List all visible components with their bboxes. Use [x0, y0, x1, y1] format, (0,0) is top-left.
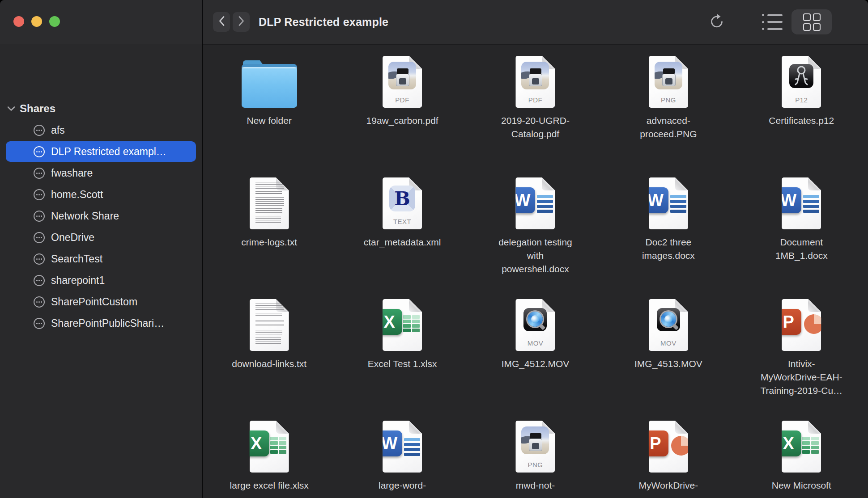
share-ellipsis-icon: [34, 189, 45, 200]
png-file-icon: PNG: [649, 56, 688, 108]
file-label: New Microsoft: [772, 479, 831, 492]
share-ellipsis-icon: [34, 211, 45, 222]
page-fold: [675, 421, 688, 434]
file-new-microsoft-xlsx[interactable]: X New Microsoft: [735, 414, 868, 498]
word-app-icon: W: [376, 430, 402, 456]
page-fold: [808, 421, 821, 434]
file-myworkdrive-pptx[interactable]: P MyWorkDrive-: [602, 414, 735, 498]
excel-app-icon: X: [376, 309, 402, 335]
file-label: 2019-20-UGRD- Catalog.pdf: [501, 114, 570, 141]
file-label: Doc2 three images.docx: [642, 236, 695, 262]
zoom-window-button[interactable]: [49, 16, 60, 27]
sidebar-item-label: Network Share: [51, 210, 119, 222]
mov-file-icon: MOV: [649, 299, 688, 351]
p12-file-icon: P12: [782, 56, 821, 108]
sidebar-list: afs DLP Restricted exampl… fwashare home…: [0, 119, 202, 334]
list-view-button[interactable]: [762, 14, 783, 30]
filetype-badge: TEXT: [383, 218, 422, 225]
xml-file-icon: BTEXT: [383, 177, 422, 229]
keychain-keys-icon: [789, 64, 813, 88]
sidebar: Shares afs DLP Restricted exampl… fwasha…: [0, 44, 202, 498]
file-large-excel-file-xlsx[interactable]: X large excel file.xlsx: [203, 414, 336, 498]
excel-file-icon: X: [250, 421, 289, 473]
excel-file-icon: X: [383, 299, 422, 351]
sidebar-item-sharepoint1[interactable]: sharepoint1: [0, 270, 202, 291]
page-fold: [808, 177, 821, 190]
file-doc2-three-images-docx[interactable]: W Doc2 three images.docx: [602, 171, 735, 293]
word-file-icon: W: [515, 177, 555, 229]
list-view-icon: [762, 14, 783, 16]
file-download-links-txt[interactable]: download-links.txt: [203, 293, 336, 414]
sidebar-item-sharepointpublicsharing[interactable]: SharePointPublicShari…: [0, 312, 202, 334]
file-crime-logs-txt[interactable]: crime-logs.txt: [203, 171, 336, 293]
quicktime-icon: [657, 308, 680, 331]
file-excel-test-1-xlsx[interactable]: X Excel Test 1.xlsx: [336, 293, 468, 414]
sidebar-item-onedrive[interactable]: OneDrive: [0, 227, 202, 248]
file-mwd-not-png[interactable]: PNG mwd-not-: [469, 414, 602, 498]
file-large-word[interactable]: W large-word-: [336, 414, 468, 498]
back-button[interactable]: [213, 12, 230, 32]
file-advnaced-proceed-png[interactable]: PNG advnaced- proceed.PNG: [602, 50, 735, 171]
sidebar-item-label: sharepoint1: [51, 274, 105, 287]
chevron-left-icon: [218, 16, 225, 28]
powerpoint-app-icon: P: [642, 430, 668, 456]
png-file-icon: PNG: [515, 421, 555, 473]
grid-view-button[interactable]: [791, 9, 832, 34]
chevron-down-icon[interactable]: [7, 106, 15, 111]
refresh-button[interactable]: [708, 13, 725, 30]
minimize-window-button[interactable]: [31, 16, 42, 27]
word-file-icon: W: [383, 421, 422, 473]
file-new-folder[interactable]: New folder: [203, 50, 336, 171]
file-intivix-myworkdrive-training-pptx[interactable]: P Intivix- MyWorkDrive-EAH- Training-201…: [735, 293, 868, 414]
sidebar-item-label: OneDrive: [51, 232, 94, 244]
quicktime-icon: [523, 308, 547, 331]
text-lines: [537, 195, 553, 213]
share-ellipsis-icon: [34, 125, 45, 136]
page-fold: [409, 299, 422, 312]
pdf-file-icon: PDF: [383, 56, 422, 108]
file-label: large excel file.xlsx: [230, 479, 309, 492]
forward-button[interactable]: [233, 12, 250, 32]
file-delegation-testing-with-powershell-docx[interactable]: W delegation testing with powershell.doc…: [469, 171, 602, 293]
spreadsheet-grid: [802, 437, 819, 454]
close-window-button[interactable]: [13, 16, 24, 27]
file-label: Document 1MB_1.docx: [775, 236, 828, 262]
text-preview: [255, 304, 284, 346]
share-ellipsis-icon: [34, 275, 45, 286]
text-file-icon: [250, 177, 289, 229]
sidebar-divider: [202, 0, 203, 498]
file-label: large-word-: [379, 479, 426, 492]
sidebar-item-sharepointcustom[interactable]: SharePointCustom: [0, 291, 202, 312]
sidebar-item-home-scott[interactable]: home.Scott: [0, 184, 202, 205]
sidebar-item-label: SearchTest: [51, 253, 102, 265]
sidebar-item-label: SharePointPublicShari…: [51, 317, 164, 329]
file-document-1mb-1-docx[interactable]: W Document 1MB_1.docx: [735, 171, 868, 293]
file-label: advnaced- proceed.PNG: [640, 114, 697, 141]
file-label: Intivix- MyWorkDrive-EAH- Training-2019-…: [760, 357, 842, 397]
sidebar-item-fwashare[interactable]: fwashare: [0, 162, 202, 184]
sidebar-item-network-share[interactable]: Network Share: [0, 205, 202, 227]
text-lines: [404, 438, 420, 456]
filetype-badge: PNG: [649, 96, 688, 104]
file-grid: New folder PDF 19aw_carbon.pdf PDF 2019-…: [203, 44, 868, 498]
sidebar-item-afs[interactable]: afs: [0, 119, 202, 141]
sidebar-item-label: fwashare: [51, 167, 93, 179]
file-certificates-p12[interactable]: P12 Certificates.p12: [735, 50, 868, 171]
file-img-4513-mov[interactable]: MOV IMG_4513.MOV: [602, 293, 735, 414]
excel-file-icon: X: [782, 421, 821, 473]
file-ctar-metadata-xml[interactable]: BTEXT ctar_metadata.xml: [336, 171, 468, 293]
file-img-4512-mov[interactable]: MOV IMG_4512.MOV: [469, 293, 602, 414]
file-label: MyWorkDrive-: [639, 479, 698, 492]
file-19aw-carbon-pdf[interactable]: PDF 19aw_carbon.pdf: [336, 50, 468, 171]
folder-icon: [242, 60, 297, 108]
sidebar-item-dlp-restricted-example[interactable]: DLP Restricted exampl…: [0, 141, 202, 162]
grid-view-icon: [803, 13, 821, 31]
sidebar-section-shares[interactable]: Shares: [7, 102, 55, 115]
text-file-icon: [250, 299, 289, 351]
text-preview: [255, 182, 284, 224]
sidebar-item-searchtest[interactable]: SearchTest: [0, 248, 202, 270]
page-fold: [276, 421, 289, 434]
photo-thumbnail: [388, 62, 416, 89]
share-ellipsis-icon: [34, 232, 45, 243]
file-2019-20-ugrd-catalog-pdf[interactable]: PDF 2019-20-UGRD- Catalog.pdf: [469, 50, 602, 171]
